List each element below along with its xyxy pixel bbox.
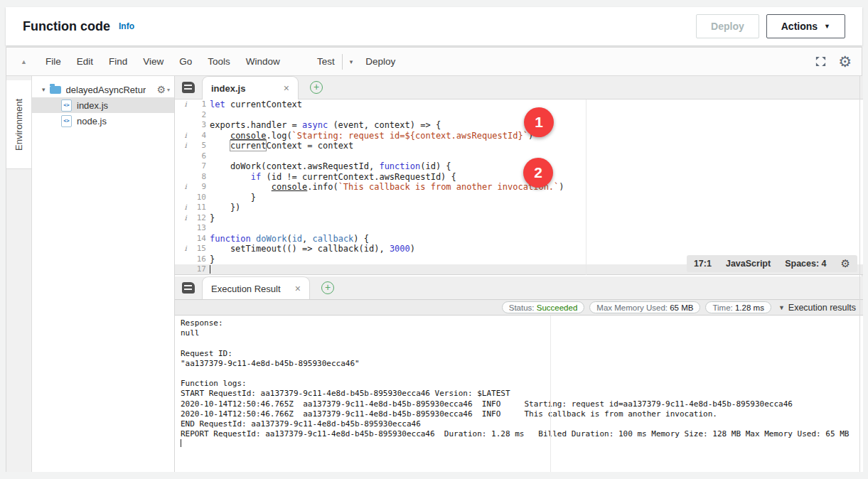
- gutter-info-icon: [175, 223, 191, 234]
- menu-item-edit[interactable]: Edit: [69, 56, 101, 67]
- code-text: console.info(`This callback is from anot…: [210, 182, 564, 193]
- console-line: Response:: [181, 318, 863, 328]
- tab-list-icon[interactable]: [182, 282, 195, 294]
- code-line-4[interactable]: i4 console.log(`Starting: request id=${c…: [175, 131, 863, 141]
- file-name: node.js: [77, 116, 107, 127]
- line-number[interactable]: 8: [191, 172, 206, 183]
- cursor-position[interactable]: 17:1: [694, 259, 712, 269]
- code-line-10[interactable]: 10 }: [175, 193, 863, 203]
- editor-statusbar: 17:1 JavaScript Spaces: 4 ⚙: [687, 255, 857, 272]
- menu-item-file[interactable]: File: [38, 56, 69, 67]
- editor-settings-gear-icon[interactable]: ⚙: [838, 53, 852, 70]
- tab-index-js[interactable]: index.js ×: [202, 76, 299, 99]
- statusbar-gear-icon[interactable]: ⚙: [841, 257, 850, 270]
- folder-expand-caret-icon[interactable]: ▾: [42, 86, 45, 93]
- environment-tab[interactable]: Environment: [6, 80, 31, 169]
- menu-item-find[interactable]: Find: [101, 56, 135, 67]
- code-line-9[interactable]: i9 console.info(`This callback is from a…: [175, 182, 863, 193]
- header-actions: Deploy Actions ▼: [696, 14, 845, 38]
- tab-execution-result[interactable]: Execution Result ×: [202, 276, 310, 300]
- line-number[interactable]: 2: [191, 110, 206, 121]
- editor-menubar: ▲ FileEditFindViewGoToolsWindow Test ▾ D…: [6, 48, 862, 76]
- collapse-pane-icon[interactable]: ▲: [21, 58, 27, 65]
- code-editor-panel: ▲ FileEditFindViewGoToolsWindow Test ▾ D…: [6, 47, 862, 472]
- console-line: null: [181, 328, 863, 338]
- chevron-down-icon: ▼: [778, 304, 785, 311]
- code-area[interactable]: i1let currentContext23exports.handler = …: [175, 99, 863, 275]
- js-file-icon: <>: [61, 115, 72, 127]
- console-output[interactable]: Response:null Request ID:"aa137379-9c11-…: [175, 316, 863, 472]
- code-line-2[interactable]: 2: [175, 110, 863, 121]
- execution-results-toggle[interactable]: ▼ Execution results: [778, 303, 856, 313]
- line-number[interactable]: 15: [191, 244, 206, 254]
- menu-item-go[interactable]: Go: [171, 56, 200, 67]
- code-line-12[interactable]: i12}: [175, 213, 863, 224]
- new-tab-button[interactable]: +: [321, 281, 334, 294]
- tree-file-node.js[interactable]: <>node.js: [32, 113, 174, 129]
- line-number[interactable]: 17: [191, 264, 206, 275]
- console-tabbar: Execution Result × +: [175, 276, 863, 300]
- js-file-icon: <>: [61, 99, 72, 112]
- line-number[interactable]: 14: [191, 234, 206, 244]
- menu-item-tools[interactable]: Tools: [200, 56, 238, 67]
- gutter-info-icon: [175, 161, 191, 172]
- code-text: setTimeout(() => callback(id), 3000): [210, 244, 415, 254]
- console-line: REPORT RequestId: aa137379-9c11-4e8d-b45…: [181, 429, 863, 439]
- info-link[interactable]: Info: [119, 21, 134, 31]
- folder-icon: [50, 86, 61, 94]
- menu-item-view[interactable]: View: [135, 56, 171, 67]
- code-line-1[interactable]: i1let currentContext: [175, 99, 863, 110]
- tree-folder-row[interactable]: ▾ delayedAsyncReturn ⚙ ▾: [32, 82, 174, 97]
- line-number[interactable]: 1: [191, 99, 206, 110]
- deploy-button[interactable]: Deploy: [696, 14, 759, 38]
- actions-button[interactable]: Actions ▼: [766, 14, 845, 38]
- test-caret-icon[interactable]: ▾: [350, 58, 353, 65]
- close-icon[interactable]: ×: [284, 82, 289, 94]
- folder-name: delayedAsyncReturn: [66, 85, 146, 95]
- status-badge: Time: 1.28 ms: [705, 301, 771, 313]
- indent-setting[interactable]: Spaces: 4: [785, 259, 826, 269]
- line-number[interactable]: 9: [191, 182, 206, 193]
- console-line: START RequestId: aa137379-9c11-4e8d-b45b…: [181, 389, 863, 399]
- console-print-margin-ruler: [550, 316, 551, 472]
- code-line-15[interactable]: i15 setTimeout(() => callback(id), 3000): [175, 244, 863, 254]
- tree-settings-gear-icon[interactable]: ⚙ ▾: [156, 84, 170, 95]
- code-line-13[interactable]: 13: [175, 223, 863, 234]
- gutter-info-icon: [175, 151, 191, 162]
- lambda-function-code-screen: Function code Info Deploy Actions ▼ ▲ Fi…: [0, 0, 868, 479]
- line-number[interactable]: 3: [191, 120, 206, 131]
- line-number[interactable]: 5: [191, 141, 206, 151]
- close-icon[interactable]: ×: [295, 283, 301, 294]
- gutter-info-icon: i: [175, 213, 191, 224]
- console-line: 2020-10-14T12:50:46.766Z aa137379-9c11-4…: [181, 409, 863, 419]
- line-number[interactable]: 7: [191, 161, 206, 172]
- new-tab-button[interactable]: +: [310, 81, 323, 94]
- scrollbar-track[interactable]: [859, 76, 860, 472]
- code-line-6[interactable]: 6: [175, 151, 863, 162]
- code-line-14[interactable]: 14function doWork(id, callback) {: [175, 234, 863, 244]
- code-text: let currentContext: [210, 99, 302, 110]
- code-line-7[interactable]: 7 doWork(context.awsRequestId, function(…: [175, 161, 863, 172]
- tab-list-icon[interactable]: [182, 82, 195, 93]
- line-number[interactable]: 10: [191, 193, 206, 203]
- deploy-menu-button[interactable]: Deploy: [365, 56, 395, 67]
- line-number[interactable]: 13: [191, 223, 206, 234]
- language-mode[interactable]: JavaScript: [726, 259, 771, 269]
- code-text: if (id != currentContext.awsRequestId) {: [210, 172, 456, 183]
- line-number[interactable]: 16: [191, 254, 206, 265]
- code-line-3[interactable]: 3exports.handler = async (event, context…: [175, 120, 863, 131]
- gutter-info-icon: [175, 120, 191, 131]
- code-line-5[interactable]: i5 currentContext = context: [175, 141, 863, 151]
- test-deploy-group: Test ▾ Deploy: [317, 48, 395, 75]
- fullscreen-icon[interactable]: [815, 55, 827, 68]
- menu-item-window[interactable]: Window: [238, 56, 288, 67]
- line-number[interactable]: 4: [191, 131, 206, 141]
- tree-file-index.js[interactable]: <>index.js: [32, 97, 174, 113]
- line-number[interactable]: 12: [191, 213, 206, 224]
- test-menu-button[interactable]: Test: [317, 56, 335, 67]
- code-line-8[interactable]: 8 if (id != currentContext.awsRequestId)…: [175, 172, 863, 183]
- line-number[interactable]: 6: [191, 151, 206, 162]
- line-number[interactable]: 11: [191, 203, 206, 213]
- page-title: Function code: [23, 19, 110, 34]
- code-line-11[interactable]: i11 }): [175, 203, 863, 213]
